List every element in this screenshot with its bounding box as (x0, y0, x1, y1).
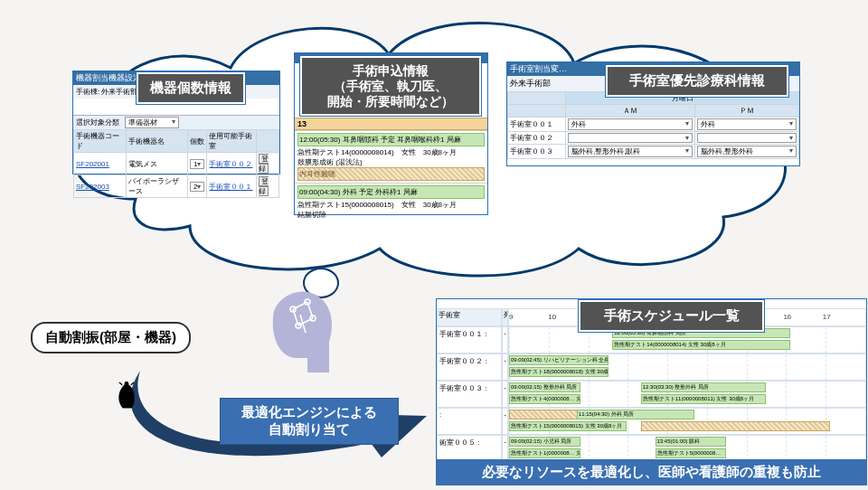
click-hand-icon (114, 379, 139, 413)
table-row[interactable]: 手術室００２▾▾ (508, 132, 799, 145)
gantt-bar[interactable]: 急性期テスト18(0000008018) 女性 30歳8ヶ月 (509, 367, 609, 377)
svg-line-2 (119, 382, 122, 385)
gantt-bar[interactable]: 12:30(03:30) 整形外科 局所 (641, 382, 766, 392)
request-slot[interactable]: 12:00(05:30) 耳鼻咽頭科 予定 耳鼻咽喉科枠1 局麻 急性期テスト1… (295, 130, 487, 183)
auto-assign-button[interactable]: 自動割振(部屋・機器) (31, 322, 191, 353)
am-select[interactable]: 脳外科,整形外科,眼科▾ (568, 146, 693, 157)
gantt-bar[interactable]: 急性期テスト4(0000008… 女性 30歳8ヶ月 (509, 394, 580, 404)
priority-table: 月曜日 ＡＭＰＭ 手術室００１外科▾外科▾ 手術室００２▾▾ 手術室００３脳外科… (507, 91, 799, 159)
request-slot[interactable]: 09:00(04:30) 外科 予定 外科枠1 局麻 急性期テスト15(0000… (295, 183, 487, 221)
am-select[interactable]: 外科▾ (568, 118, 693, 130)
gantt-row[interactable]: 術室００５ :-09:00(02:15) 小児科 局所急性期テスト1(00000… (437, 435, 866, 462)
table-row[interactable]: 手術室００１外科▾外科▾ (508, 118, 799, 132)
am-select[interactable]: ▾ (568, 133, 693, 143)
qty-select[interactable]: 1▾ (190, 159, 204, 169)
gantt-bar[interactable]: 急性期テスト1(0000008… 女性 30歳8ヶ月 (509, 448, 580, 458)
equipment-table: 手術機器コード手術機器名個数使用可能手術室 SF202001電気メス 1▾ 手術… (73, 129, 279, 198)
gantt-bar[interactable]: 09:00(02:45) リハビリテーション科 全身 (509, 355, 609, 365)
equipment-category-select[interactable]: 準備器材▾ (125, 117, 179, 128)
request-overlay-label: 手術申込情報 （手術室、執刀医、 開始・所要時間など） (300, 56, 481, 116)
svg-line-3 (131, 382, 134, 385)
gantt-row[interactable]: :-急性期テスト15(0000008015) 女性 30歳8ヶ月11:15(04… (437, 408, 866, 435)
gantt-bar[interactable]: 急性期テスト14(0000008014) 女性 30歳8ヶ月 (612, 340, 790, 350)
gantt-bar[interactable]: 09:00(02:15) 小児科 局所 (509, 437, 580, 447)
gantt-row[interactable]: 手術室００３ :-09:00(02:15) 整形外科 局所急性期テスト4(000… (437, 381, 866, 408)
register-button[interactable]: 登録 (259, 176, 269, 196)
gantt-bar[interactable]: 11:15(04:30) 外科 局所 (577, 410, 694, 419)
pm-select[interactable]: 脳外科,整形外科▾ (697, 146, 797, 157)
table-row[interactable]: SF202001電気メス 1▾ 手術室００２登録 (74, 153, 279, 175)
register-button[interactable]: 登録 (259, 154, 269, 174)
priority-overlay-label: 手術室優先診療科情報 (606, 65, 788, 97)
ai-brain-icon (260, 282, 344, 380)
equipment-overlay-label: 機器個数情報 (137, 72, 245, 104)
table-row[interactable]: SF202003バイポーラシザース 2▾ 手術室００１登録 (74, 175, 279, 198)
pm-select[interactable]: 外科▾ (697, 118, 797, 130)
gantt-row[interactable]: 手術室００２ :-09:00(02:45) リハビリテーション科 全身急性期テス… (437, 353, 866, 381)
schedule-overlay-label: 手術スケジュール一覧 (579, 300, 764, 332)
pm-select[interactable]: ▾ (697, 133, 797, 143)
gantt-bar[interactable]: 急性期テスト11(0000008011) 女性 30歳8ヶ月 (641, 394, 766, 404)
qty-select[interactable]: 2▾ (190, 182, 204, 192)
day-count: 13 (295, 118, 487, 130)
table-row[interactable]: 手術室００３脳外科,整形外科,眼科▾脳外科,整形外科▾ (508, 145, 799, 159)
gantt-bar[interactable]: 09:00(02:15) 整形外科 局所 (509, 382, 580, 392)
footer-label: 必要なリソースを最適化し、医師や看護師の重複も防止 (436, 459, 867, 485)
gantt-bar[interactable]: 急性期テスト5(0000008… (656, 448, 727, 458)
svg-rect-1 (125, 382, 128, 392)
gantt-bar[interactable]: 急性期テスト15(0000008015) 女性 30歳8ヶ月 (509, 421, 627, 431)
engine-label: 最適化エンジンによる自動割り当て (220, 398, 399, 445)
equipment-select-row: 選択対象分類 準備器材▾ (73, 115, 279, 129)
gantt-bar[interactable]: 13:45(01:00) 眼科 (656, 437, 727, 447)
gantt-bar[interactable] (641, 421, 830, 431)
